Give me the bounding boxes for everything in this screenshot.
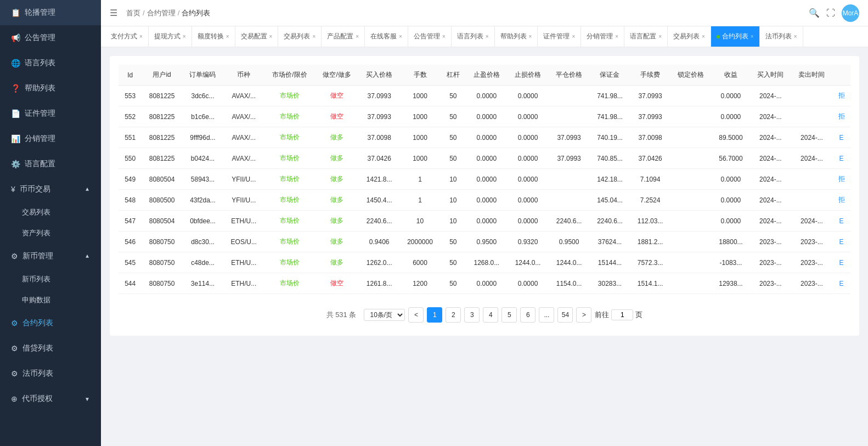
table-cell — [549, 106, 590, 127]
sidebar-item-bangzhu[interactable]: ❓ 帮助列表 — [0, 76, 101, 101]
table-cell[interactable]: 拒 — [832, 190, 850, 211]
page-number-button[interactable]: 5 — [501, 307, 517, 323]
page-ellipsis: ... — [539, 307, 554, 323]
tab-close-icon[interactable]: × — [139, 33, 143, 39]
tab-合约列表[interactable]: 合约列表 × — [711, 26, 760, 47]
sidebar-group-daib[interactable]: ⊕ 代币授权 ▼ — [0, 386, 101, 411]
sidebar-item-heyue[interactable]: ⚙ 合约列表 — [0, 310, 101, 336]
tab-close-icon[interactable]: × — [529, 33, 532, 39]
tab-close-icon[interactable]: × — [794, 33, 797, 39]
tab-close-icon[interactable]: × — [615, 33, 618, 39]
page-number-button[interactable]: 4 — [483, 307, 498, 323]
column-header: 止盈价格 — [466, 65, 507, 86]
breadcrumb-parent[interactable]: 合约管理 — [147, 8, 176, 18]
tab-语言列表[interactable]: 语言列表 × — [452, 26, 495, 47]
fullscreen-icon[interactable]: ⛶ — [826, 8, 835, 18]
search-icon[interactable]: 🔍 — [809, 8, 820, 18]
tab-交易配置[interactable]: 交易配置 × — [235, 26, 279, 47]
column-header — [832, 65, 850, 86]
tab-close-icon[interactable]: × — [269, 33, 273, 39]
sidebar-item-zhengjian[interactable]: 📄 证件管理 — [0, 101, 101, 126]
table-cell: 市场价 — [264, 106, 315, 127]
tab-close-icon[interactable]: × — [356, 33, 359, 39]
page-size-select[interactable]: 10条/页 20条/页 50条/页 — [364, 309, 405, 321]
tab-close-icon[interactable]: × — [658, 33, 662, 39]
tab-close-icon[interactable]: × — [226, 33, 229, 39]
table-cell: 0.9500 — [549, 232, 590, 252]
table-cell[interactable]: E — [832, 273, 850, 294]
next-page-button[interactable]: > — [576, 307, 591, 323]
goto-prefix: 前往 — [595, 310, 609, 320]
table-cell[interactable]: 拒 — [832, 86, 850, 106]
table-cell[interactable]: 拒 — [832, 106, 850, 127]
column-header: 币种 — [223, 65, 264, 86]
sidebar-item-fenxiao[interactable]: 📊 分销管理 — [0, 126, 101, 151]
page-number-button[interactable]: 3 — [464, 307, 480, 323]
sidebar-item-zichan-list[interactable]: 资产列表 — [22, 223, 101, 244]
prev-page-button[interactable]: < — [408, 307, 424, 323]
table-cell[interactable]: E — [832, 232, 850, 252]
sidebar-item-yuyan-list[interactable]: 🌐 语言列表 — [0, 50, 101, 76]
tab-分销管理[interactable]: 分销管理 × — [581, 26, 624, 47]
table-cell: 50 — [440, 127, 466, 148]
tab-帮助列表[interactable]: 帮助列表 × — [495, 26, 538, 47]
tab-额度转换[interactable]: 额度转换 × — [192, 26, 235, 47]
tab-close-icon[interactable]: × — [399, 33, 402, 39]
config-icon: ⚙️ — [11, 160, 20, 168]
tab-在线客服[interactable]: 在线客服 × — [365, 26, 408, 47]
tab-交易列表[interactable]: 交易列表 × — [278, 26, 322, 47]
sidebar-group-xinbi[interactable]: ⚙ 新币管理 ▼ — [0, 244, 101, 269]
table-cell[interactable]: E — [832, 252, 850, 273]
goto-input[interactable] — [611, 309, 633, 320]
table-cell: 8080750 — [142, 252, 182, 273]
tab-close-icon[interactable]: × — [442, 33, 446, 39]
sidebar-group-bibi[interactable]: ¥ 币币交易 ▼ — [0, 177, 101, 202]
table-cell[interactable]: E — [832, 148, 850, 169]
sidebar-item-yuyan-config[interactable]: ⚙️ 语言配置 — [0, 151, 101, 177]
tab-公告管理[interactable]: 公告管理 × — [408, 26, 452, 47]
sidebar-item-xinbi-list[interactable]: 新币列表 — [22, 269, 101, 290]
table-cell: 50 — [440, 148, 466, 169]
sidebar-item-label: 分销管理 — [25, 134, 55, 144]
sidebar: 📋 轮播管理 📢 公告管理 🌐 语言列表 ❓ 帮助列表 📄 证件管理 📊 分销管… — [0, 0, 101, 446]
tab-close-icon[interactable]: × — [751, 33, 754, 39]
table-cell: AVAX/... — [223, 127, 264, 148]
sidebar-item-label: 帮助列表 — [25, 83, 55, 93]
tab-产品配置[interactable]: 产品配置 × — [322, 26, 365, 47]
sidebar-item-jiedai[interactable]: ⚙ 借贷列表 — [0, 336, 101, 361]
tab-语言配置[interactable]: 语言配置 × — [624, 26, 668, 47]
avatar[interactable]: MorA — [842, 4, 859, 22]
table-cell[interactable]: E — [832, 211, 850, 232]
table-cell[interactable]: E — [832, 127, 850, 148]
tab-法币列表[interactable]: 法币列表 × — [760, 26, 803, 47]
tab-close-icon[interactable]: × — [312, 33, 315, 39]
sidebar-item-jiaoyi-list[interactable]: 交易列表 — [22, 202, 101, 223]
menu-icon[interactable]: ☰ — [110, 8, 117, 18]
tab-close-icon[interactable]: × — [702, 33, 705, 39]
tab-交易列表[interactable]: 交易列表 × — [668, 26, 711, 47]
page-number-button[interactable]: 1 — [427, 307, 442, 323]
tab-close-icon[interactable]: × — [183, 33, 186, 39]
main-content: ☰ 首页 / 合约管理 / 合约列表 🔍 ⛶ MorA 支付方式 ×提现方式 ×… — [101, 0, 868, 446]
table-cell: 0.0000 — [507, 148, 548, 169]
sidebar-item-lunbo[interactable]: 📋 轮播管理 — [0, 0, 101, 25]
bibi-icon: ¥ — [11, 185, 15, 194]
table-cell: 546 — [119, 232, 142, 252]
last-page-button[interactable]: 54 — [557, 307, 573, 323]
sidebar-item-shengou[interactable]: 申购数据 — [22, 290, 101, 310]
tab-close-icon[interactable]: × — [572, 33, 575, 39]
sidebar-item-gonggao[interactable]: 📢 公告管理 — [0, 25, 101, 50]
table-cell: 做多 — [315, 252, 359, 273]
tab-证件管理[interactable]: 证件管理 × — [538, 26, 581, 47]
tab-提现方式[interactable]: 提现方式 × — [149, 26, 192, 47]
table-cell: 89.5000 — [712, 127, 750, 148]
table-cell: 547 — [119, 211, 142, 232]
table-cell[interactable]: 拒 — [832, 169, 850, 190]
sidebar-item-fabi[interactable]: ⚙ 法币列表 — [0, 361, 101, 386]
breadcrumb-home[interactable]: 首页 — [126, 8, 140, 18]
page-number-button[interactable]: 2 — [446, 307, 461, 323]
tab-close-icon[interactable]: × — [486, 33, 489, 39]
tab-支付方式[interactable]: 支付方式 × — [105, 26, 149, 47]
table-cell: 145.04... — [590, 190, 630, 211]
page-number-button[interactable]: 6 — [520, 307, 536, 323]
